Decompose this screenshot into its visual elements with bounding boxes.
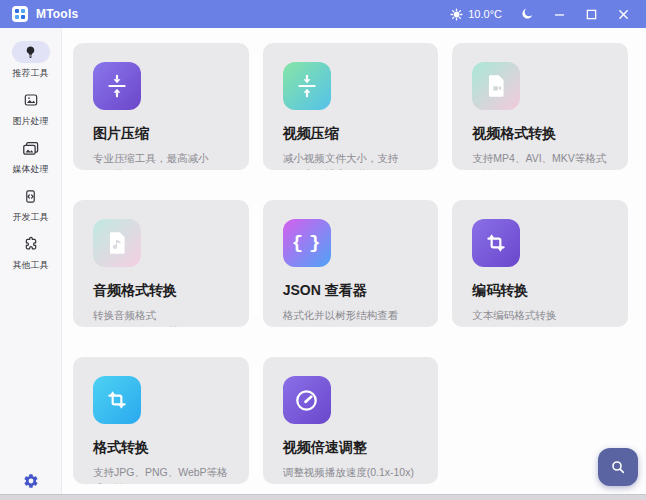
theme-toggle-moon-icon[interactable] [514, 3, 540, 25]
card-title: 音频格式转换 [93, 282, 229, 300]
card-audio-format-convert[interactable]: 音频格式转换 转换音频格式(MP3/WAV/AAC等) [73, 200, 249, 327]
compress-icon [93, 62, 141, 110]
card-video-compress[interactable]: 视频压缩 减小视频文件大小，支持CRF和分辨率调整 [263, 43, 439, 170]
card-video-speed[interactable]: 视频倍速调整 调整视频播放速度(0.1x-10x) [263, 357, 439, 484]
sidebar-item-other-tools[interactable]: 其他工具 [0, 233, 61, 272]
audio-file-icon [93, 219, 141, 267]
card-video-format-convert[interactable]: 视频格式转换 支持MP4、AVI、MKV等格式互转 [452, 43, 628, 170]
sidebar-item-label: 图片处理 [13, 115, 49, 128]
sidebar-item-label: 其他工具 [13, 259, 49, 272]
card-title: 格式转换 [93, 439, 229, 457]
sidebar-item-label: 开发工具 [13, 211, 49, 224]
video-file-icon [472, 62, 520, 110]
weather-widget[interactable]: 10.0°C [444, 6, 508, 23]
main-content: 图片压缩 专业压缩工具，最高减小80%体积 视频压缩 减小视频文件大小，支持CR… [62, 28, 646, 500]
sidebar-item-dev-tools[interactable]: 开发工具 [0, 185, 61, 224]
titlebar: MTools 10.0°C [0, 0, 646, 28]
dev-icon [12, 185, 50, 207]
crop-icon [93, 376, 141, 424]
sidebar-item-media-processing[interactable]: 媒体处理 [0, 137, 61, 176]
card-description: 支持MP4、AVI、MKV等格式互转 [472, 150, 608, 170]
minimize-button[interactable] [546, 3, 572, 25]
media-icon [12, 137, 50, 159]
app-window: MTools 10.0°C [0, 0, 646, 500]
card-description: 转换音频格式(MP3/WAV/AAC等) [93, 307, 229, 327]
card-json-viewer[interactable]: { } JSON 查看器 格式化并以树形结构查看 JSON [263, 200, 439, 327]
compress-icon [283, 62, 331, 110]
card-image-compress[interactable]: 图片压缩 专业压缩工具，最高减小80%体积 [73, 43, 249, 170]
card-title: 编码转换 [472, 282, 608, 300]
settings-gear-icon[interactable] [23, 473, 39, 489]
image-icon [12, 89, 50, 111]
speedometer-icon [283, 376, 331, 424]
app-title: MTools [36, 7, 78, 21]
temperature-label: 10.0°C [468, 8, 502, 20]
app-logo-icon [12, 6, 28, 22]
card-description: 格式化并以树形结构查看 JSON [283, 307, 419, 327]
sidebar-item-recommended[interactable]: 推荐工具 [0, 41, 61, 80]
card-encoding-convert[interactable]: 编码转换 文本编码格式转换 [452, 200, 628, 327]
card-description: 支持JPG、PNG、WebP等格式互转 [93, 464, 229, 484]
card-title: 视频倍速调整 [283, 439, 419, 457]
crop-icon [472, 219, 520, 267]
window-bottom-edge [0, 494, 646, 500]
braces-icon: { } [283, 219, 331, 267]
sun-icon [450, 8, 463, 21]
card-title: 视频压缩 [283, 125, 419, 143]
close-button[interactable] [610, 3, 636, 25]
card-title: 图片压缩 [93, 125, 229, 143]
card-description: 调整视频播放速度(0.1x-10x) [283, 464, 419, 480]
card-title: 视频格式转换 [472, 125, 608, 143]
sidebar-item-label: 推荐工具 [13, 67, 49, 80]
search-button[interactable] [598, 448, 638, 486]
card-description: 专业压缩工具，最高减小80%体积 [93, 150, 229, 170]
sidebar: 推荐工具 图片处理 [0, 28, 62, 500]
tool-grid: 图片压缩 专业压缩工具，最高减小80%体积 视频压缩 减小视频文件大小，支持CR… [73, 43, 628, 484]
card-description: 文本编码格式转换 [472, 307, 608, 323]
card-format-convert[interactable]: 格式转换 支持JPG、PNG、WebP等格式互转 [73, 357, 249, 484]
sidebar-item-image-processing[interactable]: 图片处理 [0, 89, 61, 128]
maximize-button[interactable] [578, 3, 604, 25]
card-title: JSON 查看器 [283, 282, 419, 300]
sidebar-item-label: 媒体处理 [13, 163, 49, 176]
lightbulb-icon [12, 41, 50, 63]
card-description: 减小视频文件大小，支持CRF和分辨率调整 [283, 150, 419, 170]
search-icon [610, 459, 626, 475]
puzzle-icon [12, 233, 50, 255]
